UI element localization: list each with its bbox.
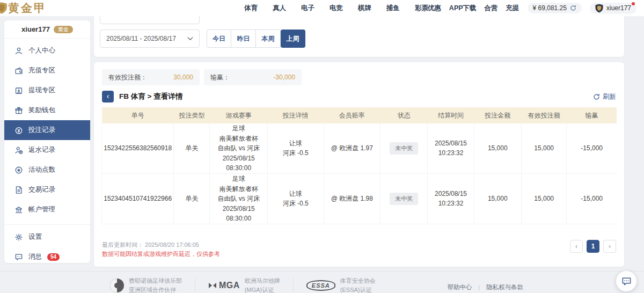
partner-desc: (ESSA)认证 <box>340 285 376 293</box>
table-row: 1523404510741922966 单关 足球 南美解放者杯 自由队 vs … <box>102 173 617 224</box>
sidebar-item-bet-records[interactable]: 投注记录 <box>4 120 90 140</box>
page-1-button[interactable]: 1 <box>587 240 599 253</box>
nav-sports[interactable]: 体育 <box>244 4 258 13</box>
valid-bet-value: 30,000 <box>173 74 193 81</box>
sidebar-item-activity-points[interactable]: 活动点数 <box>4 160 90 180</box>
vip-level-badge: 黄金 <box>54 26 73 33</box>
nav-fishing[interactable]: 捕鱼 <box>386 4 400 13</box>
sidebar-item-label: 提现专区 <box>28 86 55 95</box>
privacy-terms-link[interactable]: 隐私权与条款 <box>486 283 523 291</box>
cell-match: 足球 南美解放者杯 自由队 vs 河床 2025/08/15 08:30:00 <box>210 173 267 224</box>
footer-divider <box>195 278 195 292</box>
link-deposit-withdraw[interactable]: 充提 <box>506 4 519 13</box>
shield-logo-icon <box>0 2 7 14</box>
winloss-label: 输赢： <box>210 73 230 82</box>
col-odds: 会员赔率 <box>324 107 380 123</box>
back-button[interactable]: ‹ <box>102 91 114 102</box>
sidebar-item-messages[interactable]: 消息 54 <box>4 247 90 263</box>
footer-divider <box>293 278 294 292</box>
sidebar-item-deposit[interactable]: 充值专区 <box>4 61 90 80</box>
document-icon <box>14 186 23 194</box>
mga-logo-text: MGA <box>219 281 240 290</box>
cell-detail: 让球 河床 -0.5 <box>267 123 324 173</box>
filter-this-week-button[interactable]: 本周 <box>256 30 281 48</box>
bet-records-card: 有效投注额： 30,000 输赢： -30,000 ‹ FB 体育 > 查看详情… <box>94 62 624 267</box>
sidebar-username: xiuer177 <box>21 25 50 33</box>
sidebar-item-label: 充值专区 <box>28 66 55 75</box>
next-page-button[interactable]: › <box>603 240 616 253</box>
settle-clock: 10:23:32 <box>428 148 473 158</box>
nav-live[interactable]: 真人 <box>273 4 286 13</box>
refresh-icon <box>593 93 600 100</box>
sidebar-item-personal-center[interactable]: 个人中心 <box>4 41 90 61</box>
filter-last-week-button[interactable]: 上周 <box>281 30 305 48</box>
balance-pill[interactable]: ¥ 69,081.25 <box>528 3 582 13</box>
detail-market: 让球 <box>268 138 324 149</box>
settle-date: 2025/08/15 <box>428 138 473 149</box>
user-menu[interactable]: xiuer177 <box>590 3 636 14</box>
site-logo[interactable]: 黄金甲 <box>0 1 47 16</box>
match-time: 2025/08/15 08:30:00 <box>210 204 267 224</box>
pagination: ‹ 1 › <box>570 240 616 253</box>
col-status: 状态 <box>380 107 428 123</box>
col-order-no: 单号 <box>102 107 174 123</box>
sidebar-item-account-management[interactable]: 帐户管理 <box>4 200 90 219</box>
match-teams: 自由队 vs 河床 <box>210 194 267 204</box>
top-header: 黄金甲 体育 真人 电子 电竞 棋牌 捕鱼 彩票 优惠 APP下载 合营 充提 … <box>0 0 644 16</box>
sidebar-item-rebate-records[interactable]: 返水记录 <box>4 140 90 160</box>
link-app-download[interactable]: APP下载 <box>449 4 477 13</box>
date-range-select[interactable]: 2025/08/11 - 2025/08/17 <box>100 30 200 48</box>
nav-cards[interactable]: 棋牌 <box>358 4 371 13</box>
settle-clock: 10:23:32 <box>428 199 473 209</box>
link-promotions[interactable]: 优惠 <box>428 4 441 13</box>
valid-bet-summary: 有效投注额： 30,000 <box>102 69 200 85</box>
prev-page-button[interactable]: ‹ <box>570 240 583 253</box>
sidebar-item-reward-wallet[interactable]: 奖励钱包 <box>4 100 90 120</box>
last-update-note: 最后更新时间： 2025/08/20 17:06:05 <box>102 240 220 250</box>
filter-today-button[interactable]: 今日 <box>207 30 231 48</box>
partner-desc: (MGA)认证 <box>245 285 280 293</box>
live-chat-button[interactable] <box>616 271 636 291</box>
bet-records-table: 单号 投注类型 游戏赛事 投注详情 会员赔率 状态 结算时间 投注金额 有效投注… <box>101 107 617 224</box>
match-teams: 自由队 vs 河床 <box>210 143 267 153</box>
cell-bet-amount: 15,000 <box>474 173 521 224</box>
chat-bubble-icon <box>14 253 23 261</box>
col-bet-amount: 投注金额 <box>474 107 521 123</box>
balance-amount: ¥ 69,081.25 <box>533 4 567 12</box>
date-range-value: 2025/08/11 - 2025/08/17 <box>106 35 176 42</box>
cell-winloss: -15,000 <box>567 123 617 173</box>
cell-winloss: -15,000 <box>567 173 617 224</box>
table-row: 1523422556382560918 单关 足球 南美解放者杯 自由队 vs … <box>102 123 617 173</box>
cell-odds: @ 欧洲盘 1.97 <box>324 123 380 173</box>
partner-name: 体育安全协会 <box>340 276 376 285</box>
nav-slots[interactable]: 电子 <box>301 4 314 13</box>
table-notes: 最后更新时间： 2025/08/20 17:06:05 数据可能因结算或游戏维护… <box>102 240 220 259</box>
settle-date: 2025/08/15 <box>428 189 473 199</box>
col-bet-type: 投注类型 <box>174 107 210 123</box>
sidebar-item-withdraw[interactable]: 提现专区 <box>4 80 90 100</box>
cell-settle-time: 2025/08/15 10:23:32 <box>428 173 474 224</box>
sidebar-item-label: 个人中心 <box>28 46 55 55</box>
match-league: 南美解放者杯 <box>210 134 267 144</box>
notification-dot <box>632 2 635 5</box>
cell-bet-type: 单关 <box>174 173 210 224</box>
help-center-link[interactable]: 帮助中心 <box>447 283 472 291</box>
refresh-button[interactable]: 刷新 <box>593 92 616 101</box>
platform-select-cropped[interactable] <box>100 16 200 24</box>
link-partnership[interactable]: 合营 <box>485 4 498 13</box>
nav-lottery[interactable]: 彩票 <box>415 4 428 13</box>
refresh-balance-icon[interactable] <box>570 5 576 11</box>
avatar-shield-icon <box>595 4 603 13</box>
message-count-badge: 54 <box>47 253 60 261</box>
chat-icon <box>621 276 632 287</box>
filter-yesterday-button[interactable]: 昨日 <box>231 30 256 48</box>
cell-odds: @ 欧洲盘 1.98 <box>324 173 380 224</box>
sidebar-item-settings[interactable]: 设置 <box>4 227 90 247</box>
sidebar-menu: 个人中心 充值专区 提现专区 奖励钱包 投注记录 <box>4 41 90 263</box>
summary-row: 有效投注额： 30,000 输赢： -30,000 <box>102 69 302 85</box>
header-right: 优惠 APP下载 合营 充提 ¥ 69,081.25 xiuer177 <box>428 3 636 14</box>
winloss-value: -30,000 <box>273 74 295 81</box>
sidebar-item-transaction-records[interactable]: 交易记录 <box>4 180 90 200</box>
nav-esports[interactable]: 电竞 <box>330 4 343 13</box>
section-title: FB 体育 > 查看详情 <box>119 92 182 101</box>
